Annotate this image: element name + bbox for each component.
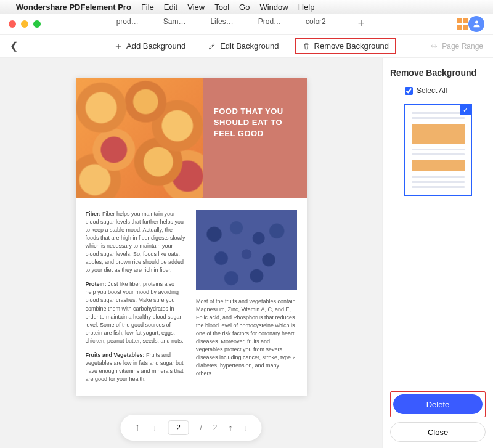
panel-title: Remove Background <box>390 68 486 78</box>
menu-view[interactable]: View <box>187 2 205 12</box>
back-button[interactable]: ❮ <box>10 40 18 52</box>
document-canvas: FOOD THAT YOU SHOULD EAT TO FEEL GOOD Fi… <box>0 58 382 448</box>
document-page[interactable]: FOOD THAT YOU SHOULD EAT TO FEEL GOOD Fi… <box>76 78 307 396</box>
background-toolbar: ❮ Add Background Edit Background Remove … <box>0 35 493 58</box>
page-range-button[interactable]: Page Range <box>430 42 483 51</box>
check-icon: ✓ <box>460 104 471 115</box>
add-background-button[interactable]: Add Background <box>108 38 192 54</box>
next-page-button[interactable]: ↓ <box>244 423 248 433</box>
background-thumbnail[interactable]: ✓ <box>404 104 472 196</box>
delete-highlight: Delete <box>390 391 486 417</box>
app-name[interactable]: Wondershare PDFelement Pro <box>16 2 131 12</box>
remove-background-panel: Remove Background Select All ✓ Delete Cl… <box>382 58 493 448</box>
window-close-icon[interactable] <box>9 20 16 28</box>
right-column: Most of the fruits and vegetables contai… <box>196 210 297 389</box>
pencil-icon <box>208 42 216 51</box>
window-tabstrip: prod… Sam… Lifes… Prod… color2 + <box>0 14 493 35</box>
remove-background-button[interactable]: Remove Background <box>295 38 396 54</box>
page-separator: / <box>200 423 202 432</box>
tab-4[interactable]: color2 <box>306 17 326 30</box>
first-page-button[interactable]: ⤒ <box>134 423 141 433</box>
traffic-lights <box>9 20 41 28</box>
user-avatar[interactable] <box>468 16 484 32</box>
prev-page-button[interactable]: ↑ <box>229 423 233 433</box>
trash-icon <box>302 42 311 51</box>
page-navigator: ⤒ ↓ / 2 ↑ ↓ <box>120 415 261 441</box>
menu-go[interactable]: Go <box>239 2 250 12</box>
macos-menubar: Wondershare PDFelement Pro File Edit Vie… <box>0 0 493 14</box>
select-all-label: Select All <box>417 86 447 95</box>
plus-icon <box>114 42 123 51</box>
hero-title: FOOD THAT YOU SHOULD EAT TO FEEL GOOD <box>203 78 307 198</box>
menu-file[interactable]: File <box>141 2 154 12</box>
menu-tool[interactable]: Tool <box>214 2 229 12</box>
delete-button[interactable]: Delete <box>393 394 483 414</box>
protein-label: Protein: <box>86 281 107 287</box>
window-minimize-icon[interactable] <box>21 20 28 28</box>
close-button[interactable]: Close <box>390 422 486 442</box>
edit-background-button[interactable]: Edit Background <box>202 38 285 54</box>
user-icon <box>472 19 481 28</box>
right-text: Most of the fruits and vegetables contai… <box>196 298 297 378</box>
tab-3[interactable]: Prod… <box>258 17 281 30</box>
grid-view-icon[interactable] <box>457 18 468 30</box>
select-all-row[interactable]: Select All <box>405 86 486 95</box>
current-page-input[interactable] <box>168 420 189 435</box>
fv-label: Fruits and Vegetables: <box>86 352 145 358</box>
page-range-label: Page Range <box>442 42 483 51</box>
window-maximize-icon[interactable] <box>33 20 41 28</box>
remove-background-label: Remove Background <box>314 41 389 51</box>
protein-text: Just like fiber, proteins also help you … <box>86 281 184 343</box>
left-column: Fiber: Fiber helps you maintain your blo… <box>86 210 187 389</box>
fiber-label: Fiber: <box>86 211 101 217</box>
add-tab-button[interactable]: + <box>358 17 365 30</box>
fiber-text: Fiber helps you maintain your blood suga… <box>86 211 185 273</box>
menu-edit[interactable]: Edit <box>164 2 177 12</box>
total-pages: 2 <box>213 423 218 432</box>
berries-image <box>196 210 297 290</box>
select-all-checkbox[interactable] <box>405 87 413 95</box>
range-icon <box>430 42 438 51</box>
menu-help[interactable]: Help <box>298 2 315 12</box>
tab-2[interactable]: Lifes… <box>210 17 233 30</box>
svg-point-0 <box>475 21 478 24</box>
tab-0[interactable]: prod… <box>116 17 139 30</box>
menu-window[interactable]: Window <box>259 2 288 12</box>
tab-1[interactable]: Sam… <box>163 17 186 30</box>
edit-background-label: Edit Background <box>220 41 279 51</box>
document-tabs: prod… Sam… Lifes… Prod… color2 + <box>41 17 440 30</box>
prev-section-button[interactable]: ↓ <box>152 423 157 433</box>
hero-image-citrus <box>76 78 203 198</box>
add-background-label: Add Background <box>126 41 185 51</box>
